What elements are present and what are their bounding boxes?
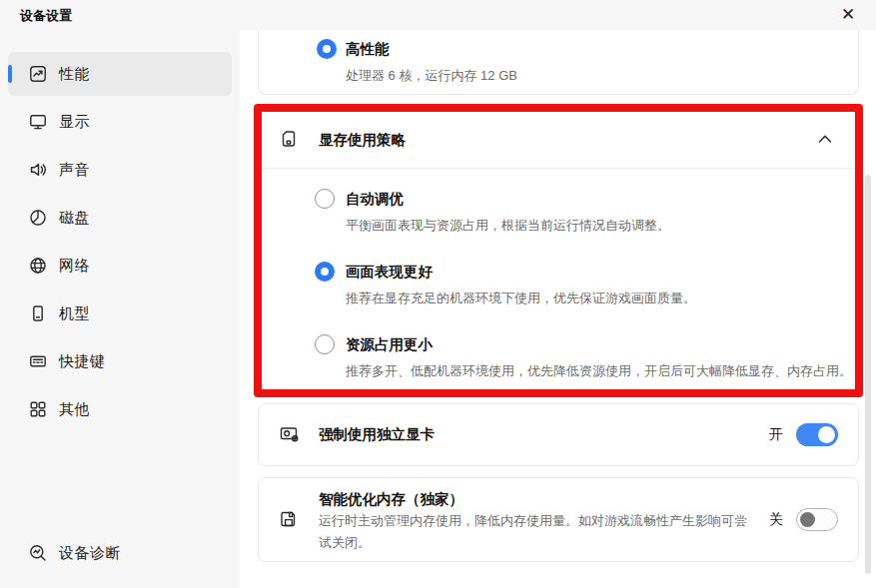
sidebar-item-hotkeys[interactable]: 快捷键 xyxy=(8,339,232,383)
title-bar: 设备设置 ✕ xyxy=(0,0,876,30)
toggle-state-label: 关 xyxy=(769,511,783,529)
others-icon xyxy=(28,399,48,419)
sidebar-item-label: 网络 xyxy=(59,257,90,276)
sidebar-nav: 性能 显示 声音 磁盘 xyxy=(8,52,232,435)
sidebar-item-label: 磁盘 xyxy=(59,209,90,228)
smart-memory-card: 智能优化内存（独家） 运行时主动管理内存使用，降低内存使用量。如对游戏流畅性产生… xyxy=(258,477,859,562)
window-title: 设备设置 xyxy=(20,7,72,25)
sidebar-item-label: 机型 xyxy=(59,304,90,323)
network-icon xyxy=(28,256,48,276)
option-label: 资源占用更小 xyxy=(346,335,433,354)
radio-auto-tune[interactable] xyxy=(315,189,335,209)
sidebar-item-disk[interactable]: 磁盘 xyxy=(8,196,232,240)
sidebar-item-label: 声音 xyxy=(59,161,90,180)
option-label: 自动调优 xyxy=(346,190,404,209)
sidebar-item-label: 快捷键 xyxy=(59,352,106,371)
option-label: 画面表现更好 xyxy=(346,263,433,282)
performance-mode-card: 高性能 处理器 6 核，运行内存 12 GB xyxy=(258,30,859,95)
radio-lower-resource[interactable] xyxy=(315,334,335,354)
diagnose-icon xyxy=(28,543,48,563)
memory-icon xyxy=(279,509,299,529)
option-description: 推荐多开、低配机器环境使用，优先降低资源使用，开启后可大幅降低显存、内存占用。 xyxy=(346,362,852,380)
option-label: 高性能 xyxy=(346,40,390,59)
sidebar: 性能 显示 声音 磁盘 xyxy=(0,30,240,588)
display-icon xyxy=(28,112,48,132)
sidebar-item-label: 性能 xyxy=(59,65,90,84)
sidebar-item-sound[interactable]: 声音 xyxy=(8,148,232,192)
option-description: 处理器 6 核，运行内存 12 GB xyxy=(346,67,517,85)
device-settings-window: 设备设置 ✕ 性能 显示 xyxy=(0,0,876,588)
vertical-scrollbar-thumb[interactable] xyxy=(865,175,871,574)
close-icon[interactable]: ✕ xyxy=(836,3,860,27)
sidebar-item-others[interactable]: 其他 xyxy=(8,387,232,431)
chevron-up-icon[interactable] xyxy=(818,134,832,144)
gpu-card-title: 强制使用独立显卡 xyxy=(319,425,435,444)
toggle-state-label: 开 xyxy=(769,426,783,444)
vram-card-title: 显存使用策略 xyxy=(319,131,406,150)
vram-strategy-header[interactable]: 显存使用策略 xyxy=(259,109,858,169)
memory-card-description: 运行时主动管理内存使用，降低内存使用量。如对游戏流畅性产生影响可尝试关闭。 xyxy=(319,510,750,554)
force-gpu-toggle[interactable] xyxy=(796,423,838,446)
sidebar-item-device-model[interactable]: 机型 xyxy=(8,292,232,335)
sidebar-item-display[interactable]: 显示 xyxy=(8,100,232,144)
toggle-knob xyxy=(800,512,815,527)
vram-strategy-card: 显存使用策略 自动调优 平衡画面表现与资源占用，根据当前运行情况自动调整。 画面… xyxy=(258,108,859,395)
selected-accent-bar xyxy=(8,65,12,83)
gpu-icon xyxy=(279,423,301,445)
memory-card-title: 智能优化内存（独家） xyxy=(319,490,463,509)
option-description: 推荐在显存充足的机器环境下使用，优先保证游戏画面质量。 xyxy=(346,290,696,307)
device-model-icon xyxy=(28,303,48,323)
radio-high-performance[interactable] xyxy=(317,39,337,59)
sidebar-item-network[interactable]: 网络 xyxy=(8,244,232,288)
force-discrete-gpu-card: 强制使用独立显卡 开 xyxy=(258,403,859,466)
settings-content: 高性能 处理器 6 核，运行内存 12 GB 显存使用策略 自动调优 平衡画面表… xyxy=(240,30,876,588)
performance-icon xyxy=(28,64,48,84)
smart-memory-toggle[interactable] xyxy=(796,508,838,531)
disk-icon xyxy=(28,208,48,228)
option-description: 平衡画面表现与资源占用，根据当前运行情况自动调整。 xyxy=(346,217,670,235)
radio-better-graphics[interactable] xyxy=(315,262,335,282)
vram-card-icon xyxy=(279,129,299,149)
sidebar-item-label: 设备诊断 xyxy=(59,544,121,563)
sound-icon xyxy=(28,160,48,180)
sidebar-item-performance[interactable]: 性能 xyxy=(8,52,232,96)
sidebar-item-diagnose[interactable]: 设备诊断 xyxy=(28,543,121,563)
sidebar-item-label: 显示 xyxy=(59,113,90,132)
sidebar-item-label: 其他 xyxy=(59,400,90,419)
toggle-knob xyxy=(818,426,835,443)
hotkeys-icon xyxy=(28,351,48,371)
